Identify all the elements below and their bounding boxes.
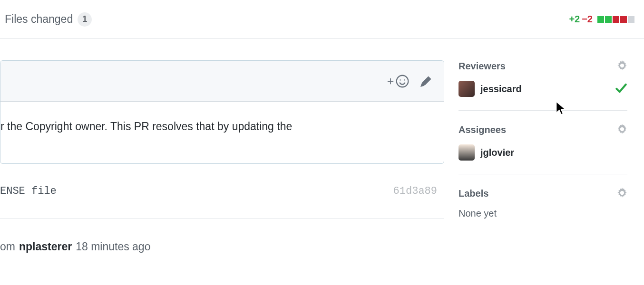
svg-point-0 [397, 75, 409, 87]
main-wrap: r the Copyright owner. This PR resolves … [0, 39, 644, 253]
tab-files-changed-label: Files changed [5, 13, 73, 26]
diffstat: +2 −2 [569, 14, 634, 25]
tabnav-left: Files changed 1 [0, 3, 101, 36]
assignee-username: jglovier [480, 147, 514, 158]
smiley-icon [396, 75, 409, 88]
assignee-user[interactable]: jglovier [459, 144, 627, 161]
sidebar-labels-title: Labels [459, 188, 488, 199]
svg-point-1 [400, 79, 400, 80]
sidebar-assignees: Assignees jglovier [459, 124, 627, 174]
pencil-icon [420, 76, 432, 87]
sidebar-assignees-header[interactable]: Assignees [459, 124, 627, 136]
sidebar-assignees-title: Assignees [459, 124, 506, 135]
diff-square-added [605, 16, 612, 23]
review-event-time: 18 minutes ago [76, 240, 150, 253]
commit-row[interactable]: ENSE file 61d3a89 [0, 164, 444, 219]
review-event-user[interactable]: nplasterer [19, 240, 72, 253]
sidebar-labels: Labels None yet [459, 188, 627, 232]
review-event-prefix: om [0, 240, 15, 253]
diff-square-removed [613, 16, 619, 23]
plus-icon [387, 78, 394, 85]
gear-icon[interactable] [617, 60, 627, 72]
diff-square-removed [620, 16, 627, 23]
avatar [459, 144, 475, 161]
diffstat-blocks [597, 16, 634, 23]
avatar [459, 81, 475, 97]
svg-point-2 [404, 79, 405, 80]
review-request-event: om nplasterer 18 minutes ago [0, 219, 444, 253]
gear-icon[interactable] [617, 188, 627, 200]
edit-comment-button[interactable] [420, 76, 432, 87]
check-icon [615, 82, 627, 96]
sidebar: Reviewers jessicard Assignees [444, 60, 644, 253]
main-column: r the Copyright owner. This PR resolves … [0, 60, 444, 253]
tabnav: Files changed 1 +2 −2 [0, 0, 644, 39]
tab-files-changed[interactable]: Files changed 1 [0, 3, 101, 36]
comment-box: r the Copyright owner. This PR resolves … [0, 60, 444, 164]
gear-icon[interactable] [617, 124, 627, 136]
sidebar-reviewers-title: Reviewers [459, 61, 506, 72]
diffstat-additions: +2 [569, 14, 580, 25]
sidebar-reviewers: Reviewers jessicard [459, 60, 627, 111]
reviewer-row: jessicard [459, 81, 627, 97]
comment-header [0, 61, 444, 102]
reviewer-username: jessicard [480, 84, 522, 95]
commit-sha[interactable]: 61d3a89 [393, 185, 437, 197]
labels-empty: None yet [459, 208, 627, 219]
reviewer-user[interactable]: jessicard [459, 81, 522, 97]
sidebar-reviewers-header[interactable]: Reviewers [459, 60, 627, 72]
files-changed-count: 1 [78, 12, 92, 27]
sidebar-labels-header[interactable]: Labels [459, 188, 627, 200]
add-reaction-button[interactable] [387, 75, 409, 88]
diff-square-added [597, 16, 604, 23]
diffstat-deletions: −2 [582, 14, 593, 25]
comment-body: r the Copyright owner. This PR resolves … [0, 102, 444, 163]
diff-square-neutral [628, 16, 634, 23]
commit-message: ENSE file [0, 185, 57, 197]
